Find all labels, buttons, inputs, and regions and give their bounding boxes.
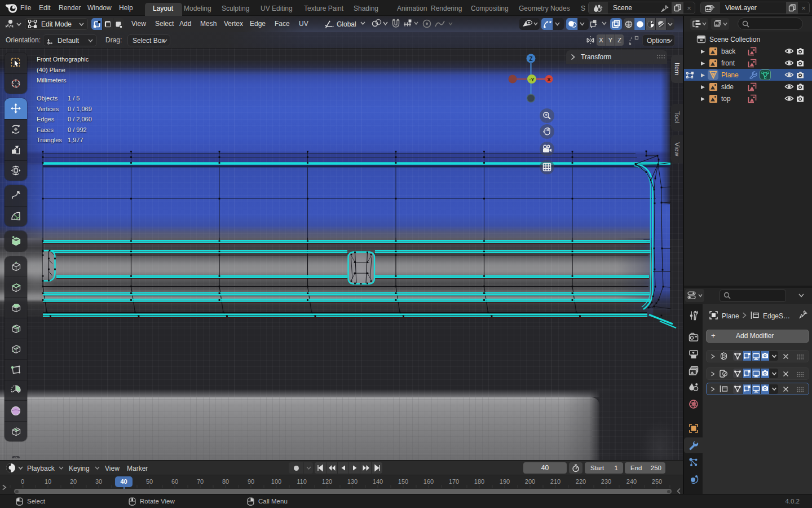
svg-text:X: X: [547, 76, 551, 82]
svg-text:Z: Z: [529, 56, 532, 62]
svg-text:-Y: -Y: [529, 77, 535, 82]
